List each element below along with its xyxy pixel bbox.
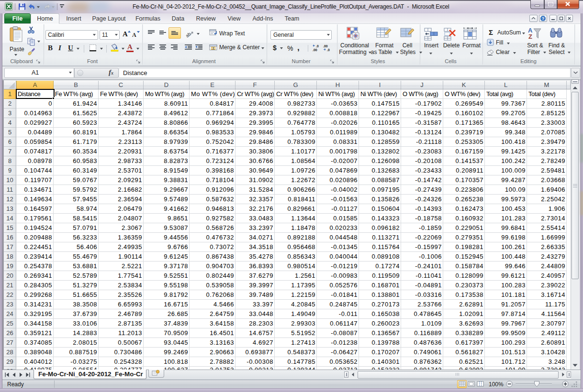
svg-text:ab: ab [186, 31, 192, 38]
svg-text:.00: .00 [323, 44, 328, 48]
svg-text:.0: .0 [316, 44, 319, 48]
svg-text:a: a [213, 46, 214, 50]
svg-text:.00: .00 [313, 48, 317, 52]
svg-text:.0: .0 [327, 48, 330, 52]
svg-text:?: ? [542, 16, 545, 21]
svg-text:Z: Z [528, 33, 532, 40]
